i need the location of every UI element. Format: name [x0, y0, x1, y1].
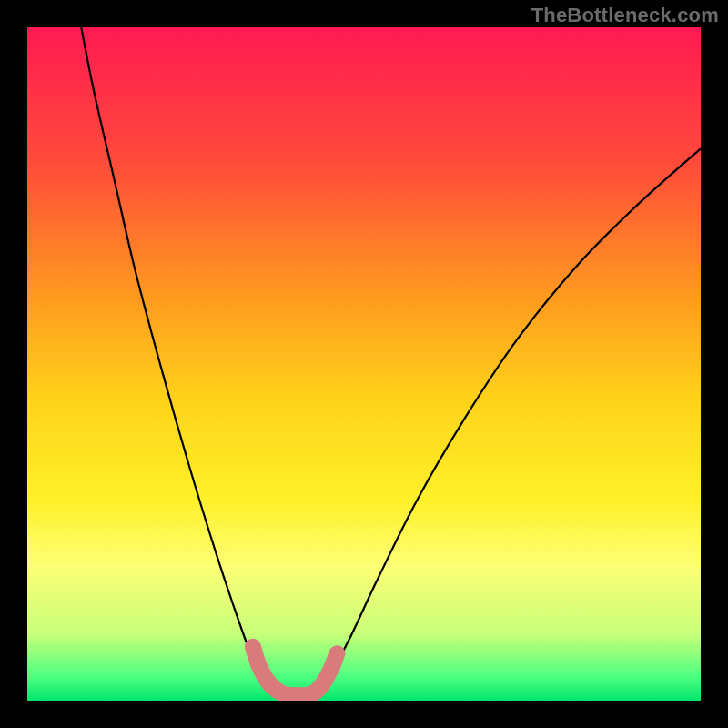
- watermark-text: TheBottleneck.com: [531, 4, 719, 27]
- gradient-background: [27, 27, 701, 701]
- chart-frame: TheBottleneck.com: [0, 0, 728, 728]
- chart-svg: [27, 27, 701, 701]
- plot-area: [27, 27, 701, 701]
